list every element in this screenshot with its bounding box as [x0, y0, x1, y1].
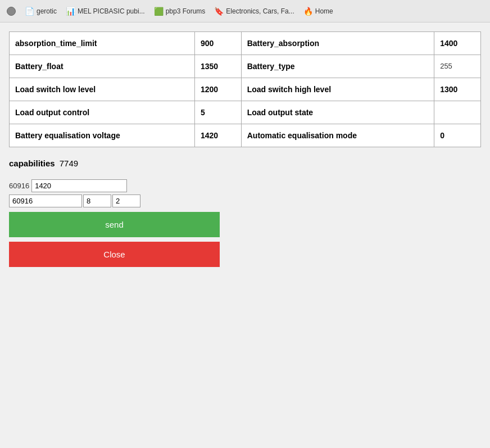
tab-electronics-icon: 🔖 — [214, 7, 224, 16]
table-row: Load switch low level 1200 Load switch h… — [10, 78, 481, 101]
auto-equalisation-value: 0 — [434, 124, 481, 147]
tab-home-label: Home — [315, 7, 333, 15]
input-row-2 — [9, 194, 481, 207]
tab-mel-icon: 📊 — [66, 7, 75, 16]
auto-equalisation-label: Automatic equalisation mode — [241, 124, 434, 147]
tab-gerotic-label: gerotic — [37, 7, 57, 15]
tab-home[interactable]: 🔥 Home — [303, 7, 333, 16]
tab-home-icon: 🔥 — [303, 7, 313, 16]
load-switch-low-label: Load switch low level — [10, 78, 195, 101]
tab-mel-label: MEL PICBASIC pubi... — [78, 7, 145, 15]
battery-absorption-value: 1400 — [434, 32, 481, 55]
table-row: absorption_time_limit 900 Battery_absorp… — [10, 32, 481, 55]
value-input[interactable] — [31, 179, 127, 192]
battery-equalisation-label: Battery equalisation voltage — [10, 124, 195, 147]
absorption-time-limit-label: absorption_time_limit — [10, 32, 195, 55]
tab-pbp3[interactable]: 🟩 pbp3 Forums — [154, 7, 206, 16]
page-content: absorption_time_limit 900 Battery_absorp… — [0, 22, 490, 276]
load-output-state-value — [434, 101, 481, 124]
load-switch-high-value: 1300 — [434, 78, 481, 101]
browser-dot — [7, 7, 16, 16]
tab-gerotic[interactable]: 📄 gerotic — [25, 7, 57, 16]
browser-bar: 📄 gerotic 📊 MEL PICBASIC pubi... 🟩 pbp3 … — [0, 0, 490, 22]
tab-electronics-label: Electronics, Cars, Fa... — [226, 7, 294, 15]
table-row: Battery_float 1350 Battery_type 255 — [10, 55, 481, 78]
capabilities-value: 7749 — [60, 159, 78, 168]
tab-electronics[interactable]: 🔖 Electronics, Cars, Fa... — [214, 7, 294, 16]
tab-pbp3-icon: 🟩 — [154, 7, 164, 16]
battery-type-value: 255 — [434, 55, 481, 78]
tab-mel[interactable]: 📊 MEL PICBASIC pubi... — [66, 7, 145, 16]
load-switch-high-label: Load switch high level — [241, 78, 434, 101]
battery-equalisation-value: 1420 — [194, 124, 241, 147]
send-button[interactable]: send — [9, 212, 220, 237]
battery-float-label: Battery_float — [10, 55, 195, 78]
capabilities-row: capabilities 7749 — [9, 156, 481, 170]
input-area: 60916 — [9, 179, 481, 207]
num1-input[interactable] — [83, 194, 111, 207]
table-row: Battery equalisation voltage 1420 Automa… — [10, 124, 481, 147]
battery-float-value: 1350 — [194, 55, 241, 78]
absorption-time-limit-value: 900 — [194, 32, 241, 55]
load-output-control-value: 5 — [194, 101, 241, 124]
data-table: absorption_time_limit 900 Battery_absorp… — [9, 31, 481, 147]
load-output-state-label: Load output state — [241, 101, 434, 124]
battery-absorption-label: Battery_absorption — [241, 32, 434, 55]
address-input[interactable] — [9, 194, 82, 207]
input-row-1: 60916 — [9, 179, 481, 192]
num2-input[interactable] — [112, 194, 140, 207]
load-switch-low-value: 1200 — [194, 78, 241, 101]
battery-type-label: Battery_type — [241, 55, 434, 78]
close-button[interactable]: Close — [9, 242, 220, 267]
load-output-control-label: Load output control — [10, 101, 195, 124]
capabilities-label: capabilities — [9, 159, 55, 168]
table-row: Load output control 5 Load output state — [10, 101, 481, 124]
tab-gerotic-icon: 📄 — [25, 7, 34, 16]
addr-label-1: 60916 — [9, 182, 29, 190]
tab-pbp3-label: pbp3 Forums — [166, 7, 206, 15]
